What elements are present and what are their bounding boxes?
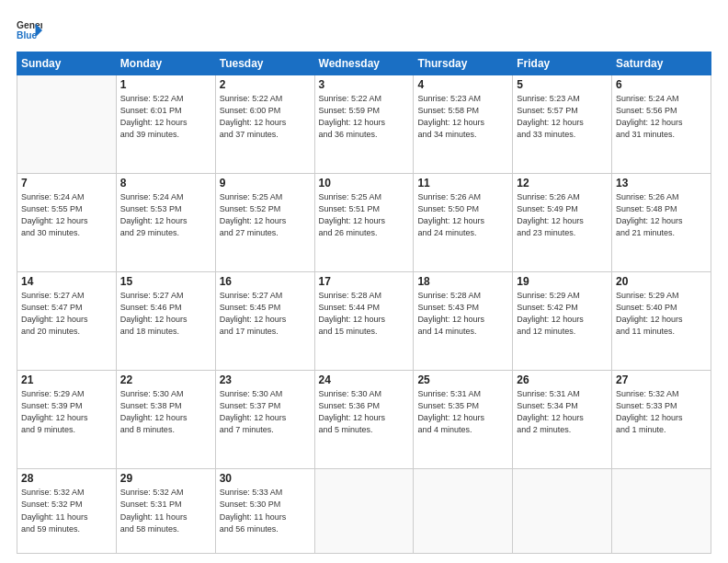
calendar-cell — [612, 469, 711, 554]
calendar-cell: 9Sunrise: 5:25 AM Sunset: 5:52 PM Daylig… — [215, 174, 314, 272]
day-number: 22 — [120, 373, 211, 386]
calendar-week-5: 28Sunrise: 5:32 AM Sunset: 5:32 PM Dayli… — [17, 469, 711, 554]
calendar-cell: 17Sunrise: 5:28 AM Sunset: 5:44 PM Dayli… — [314, 272, 414, 371]
cell-info: Sunrise: 5:22 AM Sunset: 5:59 PM Dayligh… — [319, 93, 410, 141]
weekday-header-thursday: Thursday — [414, 52, 513, 75]
weekday-header-friday: Friday — [513, 52, 612, 75]
cell-info: Sunrise: 5:26 AM Sunset: 5:48 PM Dayligh… — [616, 191, 707, 239]
weekday-header-saturday: Saturday — [612, 52, 711, 75]
calendar-cell: 14Sunrise: 5:27 AM Sunset: 5:47 PM Dayli… — [17, 272, 117, 371]
day-number: 2 — [220, 78, 311, 91]
calendar-cell — [314, 469, 414, 554]
cell-info: Sunrise: 5:29 AM Sunset: 5:40 PM Dayligh… — [616, 290, 707, 338]
day-number: 16 — [220, 275, 311, 288]
calendar-cell: 29Sunrise: 5:32 AM Sunset: 5:31 PM Dayli… — [116, 469, 215, 554]
day-number: 18 — [417, 275, 508, 288]
calendar-cell: 13Sunrise: 5:26 AM Sunset: 5:48 PM Dayli… — [612, 174, 711, 272]
cell-info: Sunrise: 5:24 AM Sunset: 5:56 PM Dayligh… — [616, 93, 707, 141]
calendar-cell: 16Sunrise: 5:27 AM Sunset: 5:45 PM Dayli… — [215, 272, 314, 371]
cell-info: Sunrise: 5:26 AM Sunset: 5:50 PM Dayligh… — [417, 191, 508, 239]
calendar-cell: 25Sunrise: 5:31 AM Sunset: 5:35 PM Dayli… — [414, 371, 513, 469]
day-number: 27 — [616, 373, 707, 386]
calendar-cell: 27Sunrise: 5:32 AM Sunset: 5:33 PM Dayli… — [612, 371, 711, 469]
calendar-cell: 26Sunrise: 5:31 AM Sunset: 5:34 PM Dayli… — [513, 371, 612, 469]
day-number: 19 — [517, 275, 608, 288]
cell-info: Sunrise: 5:23 AM Sunset: 5:58 PM Dayligh… — [417, 93, 508, 141]
weekday-header-tuesday: Tuesday — [215, 52, 314, 75]
logo: General Blue — [17, 17, 42, 42]
day-number: 12 — [517, 177, 608, 190]
calendar-cell: 10Sunrise: 5:25 AM Sunset: 5:51 PM Dayli… — [314, 174, 414, 272]
cell-info: Sunrise: 5:24 AM Sunset: 5:55 PM Dayligh… — [21, 191, 112, 239]
cell-info: Sunrise: 5:25 AM Sunset: 5:51 PM Dayligh… — [319, 191, 410, 239]
day-number: 21 — [21, 373, 112, 386]
calendar-cell — [17, 75, 117, 174]
day-number: 24 — [319, 373, 410, 386]
day-number: 23 — [220, 373, 311, 386]
calendar-cell: 7Sunrise: 5:24 AM Sunset: 5:55 PM Daylig… — [17, 174, 117, 272]
day-number: 30 — [220, 472, 311, 485]
svg-text:Blue: Blue — [17, 30, 38, 40]
calendar-cell — [513, 469, 612, 554]
calendar-cell: 12Sunrise: 5:26 AM Sunset: 5:49 PM Dayli… — [513, 174, 612, 272]
cell-info: Sunrise: 5:29 AM Sunset: 5:39 PM Dayligh… — [21, 388, 112, 436]
calendar-cell: 24Sunrise: 5:30 AM Sunset: 5:36 PM Dayli… — [314, 371, 414, 469]
cell-info: Sunrise: 5:32 AM Sunset: 5:32 PM Dayligh… — [21, 487, 112, 534]
calendar-cell: 5Sunrise: 5:23 AM Sunset: 5:57 PM Daylig… — [513, 75, 612, 174]
cell-info: Sunrise: 5:32 AM Sunset: 5:33 PM Dayligh… — [616, 388, 707, 436]
calendar-cell: 22Sunrise: 5:30 AM Sunset: 5:38 PM Dayli… — [116, 371, 215, 469]
calendar-cell: 19Sunrise: 5:29 AM Sunset: 5:42 PM Dayli… — [513, 272, 612, 371]
day-number: 1 — [120, 78, 211, 91]
cell-info: Sunrise: 5:30 AM Sunset: 5:37 PM Dayligh… — [220, 388, 311, 436]
calendar-week-4: 21Sunrise: 5:29 AM Sunset: 5:39 PM Dayli… — [17, 371, 711, 469]
day-number: 6 — [616, 78, 707, 91]
weekday-header-row: SundayMondayTuesdayWednesdayThursdayFrid… — [17, 52, 711, 75]
day-number: 20 — [616, 275, 707, 288]
day-number: 29 — [120, 472, 211, 485]
cell-info: Sunrise: 5:27 AM Sunset: 5:45 PM Dayligh… — [220, 290, 311, 338]
cell-info: Sunrise: 5:29 AM Sunset: 5:42 PM Dayligh… — [517, 290, 608, 338]
cell-info: Sunrise: 5:26 AM Sunset: 5:49 PM Dayligh… — [517, 191, 608, 239]
day-number: 17 — [319, 275, 410, 288]
calendar-cell: 3Sunrise: 5:22 AM Sunset: 5:59 PM Daylig… — [314, 75, 414, 174]
day-number: 28 — [21, 472, 112, 485]
cell-info: Sunrise: 5:30 AM Sunset: 5:38 PM Dayligh… — [120, 388, 211, 436]
day-number: 15 — [120, 275, 211, 288]
day-number: 25 — [417, 373, 508, 386]
day-number: 10 — [319, 177, 410, 190]
day-number: 14 — [21, 275, 112, 288]
cell-info: Sunrise: 5:27 AM Sunset: 5:46 PM Dayligh… — [120, 290, 211, 338]
calendar-cell: 15Sunrise: 5:27 AM Sunset: 5:46 PM Dayli… — [116, 272, 215, 371]
cell-info: Sunrise: 5:33 AM Sunset: 5:30 PM Dayligh… — [220, 487, 311, 534]
calendar-week-3: 14Sunrise: 5:27 AM Sunset: 5:47 PM Dayli… — [17, 272, 711, 371]
calendar-cell: 4Sunrise: 5:23 AM Sunset: 5:58 PM Daylig… — [414, 75, 513, 174]
day-number: 3 — [319, 78, 410, 91]
calendar-cell: 30Sunrise: 5:33 AM Sunset: 5:30 PM Dayli… — [215, 469, 314, 554]
cell-info: Sunrise: 5:28 AM Sunset: 5:44 PM Dayligh… — [319, 290, 410, 338]
cell-info: Sunrise: 5:23 AM Sunset: 5:57 PM Dayligh… — [517, 93, 608, 141]
header: General Blue — [17, 17, 711, 42]
calendar-table: SundayMondayTuesdayWednesdayThursdayFrid… — [17, 52, 711, 554]
calendar-cell: 1Sunrise: 5:22 AM Sunset: 6:01 PM Daylig… — [116, 75, 215, 174]
calendar-cell: 11Sunrise: 5:26 AM Sunset: 5:50 PM Dayli… — [414, 174, 513, 272]
page: General Blue SundayMondayTuesdayWednesda… — [0, 0, 728, 563]
weekday-header-wednesday: Wednesday — [314, 52, 414, 75]
cell-info: Sunrise: 5:32 AM Sunset: 5:31 PM Dayligh… — [120, 487, 211, 534]
day-number: 8 — [120, 177, 211, 190]
calendar-cell: 21Sunrise: 5:29 AM Sunset: 5:39 PM Dayli… — [17, 371, 117, 469]
day-number: 4 — [417, 78, 508, 91]
calendar-cell: 6Sunrise: 5:24 AM Sunset: 5:56 PM Daylig… — [612, 75, 711, 174]
calendar-cell: 20Sunrise: 5:29 AM Sunset: 5:40 PM Dayli… — [612, 272, 711, 371]
day-number: 26 — [517, 373, 608, 386]
cell-info: Sunrise: 5:28 AM Sunset: 5:43 PM Dayligh… — [417, 290, 508, 338]
day-number: 13 — [616, 177, 707, 190]
calendar-cell: 18Sunrise: 5:28 AM Sunset: 5:43 PM Dayli… — [414, 272, 513, 371]
cell-info: Sunrise: 5:22 AM Sunset: 6:00 PM Dayligh… — [220, 93, 311, 141]
calendar-week-2: 7Sunrise: 5:24 AM Sunset: 5:55 PM Daylig… — [17, 174, 711, 272]
cell-info: Sunrise: 5:30 AM Sunset: 5:36 PM Dayligh… — [319, 388, 410, 436]
day-number: 11 — [417, 177, 508, 190]
weekday-header-sunday: Sunday — [17, 52, 117, 75]
calendar-cell: 2Sunrise: 5:22 AM Sunset: 6:00 PM Daylig… — [215, 75, 314, 174]
calendar-cell — [414, 469, 513, 554]
day-number: 7 — [21, 177, 112, 190]
